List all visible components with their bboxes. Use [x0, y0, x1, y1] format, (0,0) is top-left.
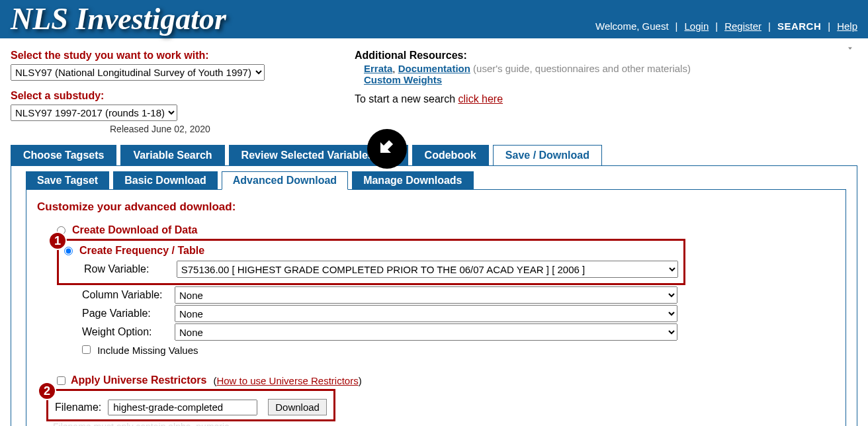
- tab-save-download[interactable]: Save / Download: [493, 145, 602, 166]
- subtab-manage-downloads[interactable]: Manage Downloads: [352, 171, 473, 190]
- main-tabs: Choose Tagsets Variable Search Review Se…: [11, 145, 868, 166]
- weight-option-label: Weight Option:: [82, 326, 175, 338]
- search-link[interactable]: SEARCH: [777, 21, 821, 32]
- how-to-restrictors-link[interactable]: How to use Universe Restrictors: [216, 375, 358, 386]
- welcome-text: Welcome, Guest: [595, 21, 669, 32]
- substudy-label: Select a substudy:: [11, 90, 355, 102]
- login-link[interactable]: Login: [685, 21, 709, 32]
- click-here-link[interactable]: click here: [458, 93, 503, 105]
- app-title: NLS Investigator: [11, 4, 226, 34]
- radio-create-frequency[interactable]: [64, 247, 73, 255]
- header-bar: NLS Investigator Welcome, Guest | Login …: [0, 0, 868, 38]
- collapse-icon[interactable]: ▼: [847, 46, 853, 50]
- hint-line1: Filename must only contain alpha, numeri…: [53, 421, 232, 426]
- download-button[interactable]: Download: [268, 399, 327, 415]
- tab-choose-tagsets[interactable]: Choose Tagsets: [11, 145, 116, 166]
- filename-input[interactable]: [108, 400, 257, 415]
- page-variable-select[interactable]: None: [175, 305, 677, 322]
- apply-restrictors-label: Apply Universe Restrictors: [71, 374, 206, 386]
- apply-restrictors-checkbox[interactable]: [57, 376, 65, 385]
- opt-create-download-label: Create Download of Data: [72, 224, 197, 236]
- sub-tabs: Save Tagset Basic Download Advanced Down…: [26, 171, 857, 190]
- custom-weights-link[interactable]: Custom Weights: [364, 74, 442, 85]
- subtab-save-tagset[interactable]: Save Tagset: [26, 171, 109, 190]
- tab-variable-search[interactable]: Variable Search: [120, 145, 224, 166]
- column-variable-select[interactable]: None: [175, 286, 677, 304]
- register-link[interactable]: Register: [724, 21, 761, 32]
- customize-heading: Customize your advanced download:: [37, 200, 835, 214]
- weight-option-select[interactable]: None: [175, 323, 677, 341]
- subtab-advanced-download[interactable]: Advanced Download: [222, 171, 348, 190]
- subtab-basic-download[interactable]: Basic Download: [113, 171, 218, 190]
- study-label: Select the study you want to work with:: [11, 50, 355, 62]
- include-missing-checkbox[interactable]: [82, 345, 91, 354]
- row-variable-label: Row Variable:: [84, 263, 177, 275]
- doc-hint: (user's guide, questionnaires and other …: [473, 63, 691, 74]
- released-text: Released June 02, 2020: [110, 124, 355, 134]
- row-variable-select[interactable]: S75136.00 [ HIGHEST GRADE COMPLETED PRIO…: [177, 261, 678, 278]
- filename-label: Filename:: [55, 402, 101, 413]
- start-search-text: To start a new search: [355, 93, 458, 105]
- resources-heading: Additional Resources:: [355, 50, 857, 62]
- annotation-arrow-icon: [367, 129, 407, 169]
- documentation-link[interactable]: Documentation: [398, 63, 470, 74]
- help-link[interactable]: Help: [837, 21, 857, 32]
- tab-codebook[interactable]: Codebook: [412, 145, 489, 166]
- include-missing-label: Include Missing Values: [97, 345, 198, 356]
- annotation-badge-2: 2: [38, 382, 56, 400]
- annotation-badge-1: 1: [48, 232, 67, 250]
- column-variable-label: Column Variable:: [82, 289, 175, 301]
- opt-create-frequency-label: Create Frequency / Table: [79, 245, 204, 257]
- study-select[interactable]: NLSY97 (National Longitudinal Survey of …: [11, 64, 265, 81]
- errata-link[interactable]: Errata: [364, 63, 392, 74]
- page-variable-label: Page Variable:: [82, 308, 175, 320]
- substudy-select[interactable]: NLSY97 1997-2017 (rounds 1-18): [11, 105, 177, 121]
